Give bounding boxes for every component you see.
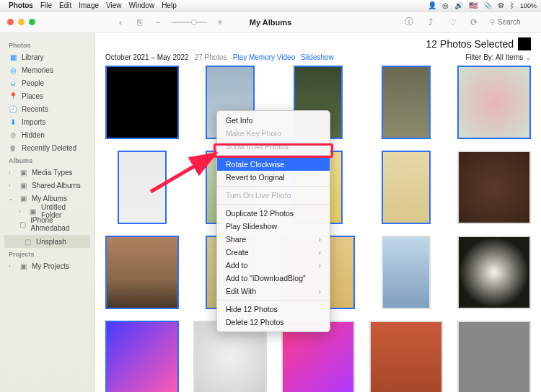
photo-thumbnail[interactable] (382, 66, 430, 139)
photo-thumbnail[interactable] (457, 321, 531, 392)
photo-thumbnail[interactable] (369, 321, 443, 392)
photo-thumbnail[interactable] (105, 321, 179, 392)
filter-control[interactable]: Filter By: All Items ⌄ (465, 53, 531, 61)
menu-file[interactable]: File (40, 1, 52, 9)
control-center-icon[interactable]: ⚙ (498, 1, 504, 9)
photo-thumbnail[interactable] (382, 151, 430, 224)
attachment-icon[interactable]: 📎 (483, 1, 492, 9)
context-menu-item[interactable]: Get Info (217, 114, 330, 127)
context-menu-item[interactable]: Create (217, 246, 330, 259)
slideshow-link[interactable]: Slideshow (301, 53, 334, 61)
menu-view[interactable]: View (106, 1, 122, 9)
rotate-icon[interactable]: ⟳ (468, 17, 480, 28)
bluetooth-icon[interactable]: ᛒ (510, 1, 514, 9)
folder-icon: ▣ (19, 195, 27, 202)
search-field[interactable]: ⚲ (490, 18, 534, 26)
context-menu-item[interactable]: Delete 12 Photos (217, 316, 330, 329)
photo-thumbnail[interactable] (105, 236, 179, 309)
context-menu-item-label: Edit With (226, 287, 256, 295)
sidebar-item-unsplash[interactable]: ▢Unsplash (4, 235, 90, 248)
zoom-slider[interactable] (171, 22, 207, 23)
photo-thumbnail[interactable] (382, 236, 430, 309)
hidden-icon: ⊘ (9, 131, 17, 139)
play-memory-link[interactable]: Play Memory Video (233, 53, 296, 61)
sidebar-item-hidden[interactable]: ⊘Hidden (0, 128, 94, 141)
sidebar-item-label: Recently Deleted (22, 144, 76, 152)
sidebar-item-places[interactable]: 📍Places (0, 89, 94, 102)
sidebar-item-label: Library (22, 53, 44, 61)
sidebar-item-label: My Albums (32, 195, 67, 202)
context-menu-item[interactable]: Rotate Clockwise (217, 158, 330, 171)
info-icon[interactable]: ⓘ (403, 17, 415, 28)
places-icon: 📍 (9, 92, 17, 100)
selection-header: 12 Photos Selected (95, 33, 541, 52)
menu-edit[interactable]: Edit (59, 1, 71, 9)
sidebar-item-recently-deleted[interactable]: 🗑Recently Deleted (0, 141, 94, 154)
photo-thumbnail[interactable] (457, 236, 531, 309)
zoom-in-icon[interactable]: + (214, 17, 226, 28)
zoom-button[interactable] (29, 19, 35, 25)
context-menu-item-label: Add to "iDownloadBlog" (226, 274, 306, 282)
sidebar-item-library[interactable]: ▦Library (0, 50, 94, 63)
sidebar-item-label: Media Types (32, 169, 73, 177)
favorite-icon[interactable]: ♡ (447, 17, 458, 28)
sidebar-item-people[interactable]: ☺People (0, 76, 94, 89)
trash-icon: 🗑 (9, 144, 17, 152)
photo-thumbnail[interactable] (457, 151, 531, 224)
zoom-out-icon[interactable]: − (152, 17, 164, 28)
photo-thumbnail[interactable] (457, 66, 531, 139)
sidebar-item-imports[interactable]: ⬇Imports (0, 115, 94, 128)
volume-icon[interactable]: 🔊 (454, 1, 463, 9)
layout-icon[interactable]: ⎘ (133, 17, 145, 28)
sidebar-section-albums: Albums (0, 154, 94, 166)
sidebar-item-media-types[interactable]: ›▣Media Types (0, 166, 94, 179)
share-icon[interactable]: ⤴ (425, 17, 436, 28)
sidebar-item-label: Recents (22, 105, 48, 113)
context-menu-item[interactable]: Hide 12 Photos (217, 303, 330, 316)
recents-icon: 🕘 (9, 105, 17, 113)
sidebar-item-recents[interactable]: 🕘Recents (0, 102, 94, 115)
back-button[interactable]: ‹ (115, 17, 126, 28)
sidebar-item-label: Unsplash (36, 238, 66, 246)
context-menu-item[interactable]: Revert to Original (217, 171, 330, 184)
minimize-button[interactable] (18, 19, 25, 25)
sidebar-item-iphone-ahmedabad[interactable]: ▢iPhone Ahmedabad (0, 218, 94, 231)
context-menu-item-label: Rotate Clockwise (226, 160, 284, 169)
search-icon: ⚲ (490, 18, 495, 26)
menu-help[interactable]: Help (162, 1, 177, 9)
context-menu-item[interactable]: Play Slideshow (217, 220, 330, 233)
context-menu-item-label: Turn On Live Photo (226, 191, 291, 200)
close-button[interactable] (7, 19, 14, 25)
context-menu-item[interactable]: Add to (217, 259, 330, 272)
sidebar: Photos ▦Library ◎Memories ☺People 📍Place… (0, 33, 95, 392)
menu-separator (217, 300, 330, 300)
context-menu-item[interactable]: Add to "iDownloadBlog" (217, 272, 330, 285)
context-menu-item[interactable]: Duplicate 12 Photos (217, 207, 330, 220)
menu-app[interactable]: Photos (9, 1, 33, 9)
sidebar-item-label: Places (22, 92, 43, 100)
input-flag-icon[interactable]: 🇺🇸 (469, 1, 478, 9)
window-title: My Albums (250, 18, 291, 27)
search-input[interactable] (498, 18, 534, 26)
user-icon[interactable]: 👤 (428, 1, 436, 9)
sidebar-item-memories[interactable]: ◎Memories (0, 63, 94, 76)
photo-thumbnail[interactable] (118, 151, 166, 224)
sidebar-item-my-projects[interactable]: ›▣My Projects (0, 259, 94, 272)
sidebar-section-photos: Photos (0, 39, 94, 50)
menu-window[interactable]: Window (129, 1, 155, 9)
context-menu-item[interactable]: Share (217, 233, 330, 246)
menu-image[interactable]: Image (79, 1, 99, 9)
menu-separator (217, 155, 330, 156)
sidebar-item-shared-albums[interactable]: ›▣Shared Albums (0, 179, 94, 192)
battery-status[interactable]: 100% (520, 2, 537, 9)
spotlight-icon[interactable]: ◎ (442, 1, 449, 9)
photo-thumbnail[interactable] (105, 66, 179, 139)
context-menu-item-label: Hide 12 Photos (226, 305, 278, 313)
context-menu-item-label: Add to (226, 261, 247, 270)
photos-window: ‹ ⎘ − + My Albums ⓘ ⤴ ♡ ⟳ ⚲ Photos ▦Libr… (0, 12, 541, 392)
menu-separator (217, 186, 330, 187)
sidebar-item-label: Shared Albums (32, 182, 81, 190)
context-menu-item[interactable]: Edit With (217, 285, 330, 298)
context-menu-item-label: Revert to Original (226, 173, 285, 182)
context-menu-item-label: Make Key Photo (226, 129, 281, 138)
